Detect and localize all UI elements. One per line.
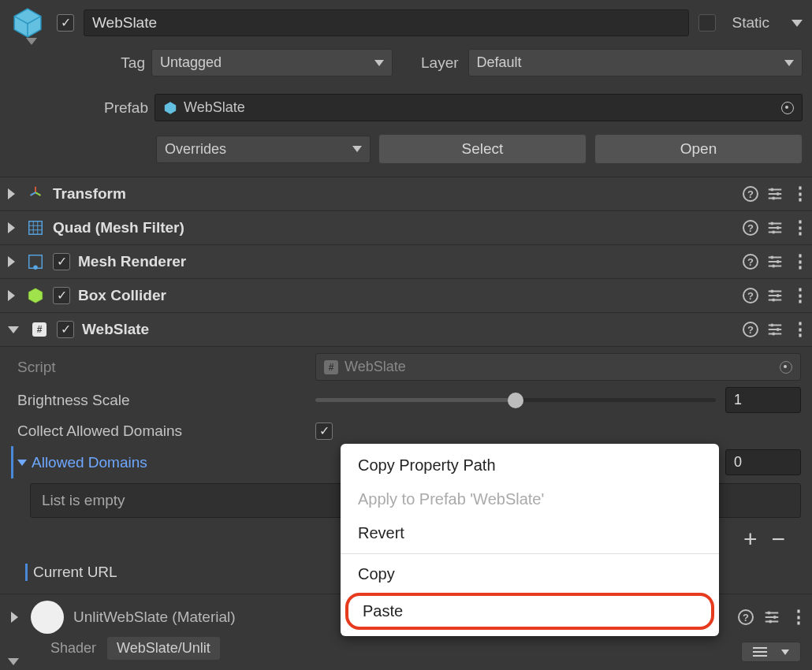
gameobject-name-input[interactable] bbox=[84, 9, 689, 36]
active-checkbox[interactable] bbox=[57, 14, 74, 32]
list-icon bbox=[753, 647, 767, 657]
presets-icon[interactable] bbox=[763, 609, 780, 626]
shader-row: Shader WebSlate/Unlit bbox=[0, 637, 812, 668]
tag-dropdown[interactable]: Untagged bbox=[151, 49, 393, 76]
allowed-domains-label[interactable]: Allowed Domains bbox=[11, 454, 307, 471]
overrides-dropdown[interactable]: Overrides bbox=[156, 136, 371, 163]
presets-icon[interactable] bbox=[766, 185, 784, 203]
brightness-value[interactable]: 1 bbox=[725, 387, 801, 413]
menu-paste[interactable]: Paste bbox=[345, 593, 714, 630]
inspector-header: Static Tag Untagged Layer Default Prefab bbox=[0, 0, 812, 167]
enabled-checkbox[interactable] bbox=[53, 287, 70, 304]
svg-point-22 bbox=[767, 611, 770, 614]
svg-point-19 bbox=[770, 323, 773, 326]
material-name: UnlitWebSlate (Material) bbox=[73, 609, 236, 626]
collect-checkbox[interactable] bbox=[315, 422, 333, 440]
svg-point-5 bbox=[772, 196, 775, 199]
svg-rect-6 bbox=[29, 221, 43, 235]
fold-icon[interactable] bbox=[8, 290, 15, 301]
kebab-icon[interactable]: ⋮ bbox=[792, 319, 803, 340]
enabled-checkbox[interactable] bbox=[53, 253, 70, 270]
transform-icon bbox=[26, 184, 45, 203]
brightness-property: Brightness Scale 1 bbox=[11, 384, 801, 416]
component-title: Mesh Renderer bbox=[78, 253, 186, 270]
enabled-checkbox[interactable] bbox=[57, 321, 74, 338]
script-field[interactable]: # WebSlate bbox=[315, 353, 801, 381]
fold-icon[interactable] bbox=[17, 460, 27, 466]
mesh-renderer-icon bbox=[26, 252, 45, 271]
menu-revert[interactable]: Revert bbox=[341, 516, 719, 550]
help-icon[interactable]: ? bbox=[743, 254, 758, 270]
svg-point-4 bbox=[777, 192, 780, 195]
static-dropdown-icon[interactable] bbox=[792, 20, 803, 27]
help-icon[interactable]: ? bbox=[743, 186, 758, 202]
prefab-label: Prefab bbox=[79, 99, 148, 117]
fold-icon[interactable] bbox=[8, 256, 15, 267]
help-icon[interactable]: ? bbox=[743, 220, 758, 236]
menu-copy-property-path[interactable]: Copy Property Path bbox=[341, 449, 719, 482]
help-icon[interactable]: ? bbox=[743, 288, 758, 303]
component-webslate[interactable]: # WebSlate ? ⋮ bbox=[0, 312, 812, 347]
shader-dropdown[interactable]: WebSlate/Unlit bbox=[107, 637, 220, 660]
script-icon: # bbox=[30, 320, 49, 339]
component-list: Transform ? ⋮ Quad (Mesh Filter) ? ⋮ Mes… bbox=[0, 177, 812, 347]
open-button[interactable]: Open bbox=[594, 134, 803, 164]
component-title: Quad (Mesh Filter) bbox=[53, 219, 184, 236]
collect-label: Collect Allowed Domains bbox=[11, 422, 307, 440]
kebab-icon[interactable]: ⋮ bbox=[792, 218, 803, 238]
presets-icon[interactable] bbox=[766, 219, 784, 236]
layer-dropdown[interactable]: Default bbox=[468, 49, 803, 76]
svg-point-24 bbox=[769, 620, 772, 623]
prefab-value: WebSlate bbox=[184, 99, 245, 116]
help-icon[interactable]: ? bbox=[738, 609, 754, 625]
script-value: WebSlate bbox=[345, 359, 406, 375]
svg-marker-15 bbox=[28, 288, 43, 303]
component-title: Transform bbox=[53, 185, 126, 203]
object-picker-icon[interactable] bbox=[780, 361, 792, 374]
layer-value: Default bbox=[477, 54, 522, 71]
svg-point-11 bbox=[33, 266, 38, 270]
brightness-slider[interactable] bbox=[315, 398, 716, 402]
script-label: Script bbox=[11, 359, 307, 376]
fold-icon[interactable] bbox=[11, 612, 18, 623]
context-menu: Copy Property Path Apply to Prefab 'WebS… bbox=[341, 444, 719, 636]
static-label: Static bbox=[732, 14, 769, 32]
mesh-filter-icon bbox=[26, 218, 45, 237]
menu-copy[interactable]: Copy bbox=[341, 557, 719, 591]
presets-icon[interactable] bbox=[766, 253, 784, 270]
component-transform[interactable]: Transform ? ⋮ bbox=[0, 177, 812, 211]
add-button[interactable]: + bbox=[743, 526, 758, 553]
svg-point-20 bbox=[777, 328, 780, 331]
prefab-object-field[interactable]: WebSlate bbox=[155, 94, 803, 121]
component-title: Box Collider bbox=[78, 287, 166, 304]
allowed-domains-count[interactable]: 0 bbox=[725, 449, 801, 475]
component-mesh-filter[interactable]: Quad (Mesh Filter) ? ⋮ bbox=[0, 210, 812, 245]
footer-fold-icon[interactable] bbox=[5, 658, 19, 665]
fold-icon[interactable] bbox=[8, 326, 19, 333]
gameobject-icon[interactable] bbox=[6, 6, 49, 45]
svg-point-9 bbox=[772, 230, 775, 233]
help-icon[interactable]: ? bbox=[743, 322, 758, 337]
presets-icon[interactable] bbox=[766, 287, 784, 304]
remove-button[interactable]: − bbox=[771, 526, 785, 553]
fold-icon[interactable] bbox=[8, 188, 15, 199]
svg-point-17 bbox=[777, 294, 780, 297]
fold-icon[interactable] bbox=[8, 222, 15, 233]
kebab-icon[interactable]: ⋮ bbox=[790, 607, 801, 627]
script-property: Script # WebSlate bbox=[11, 350, 801, 384]
static-checkbox[interactable] bbox=[698, 14, 716, 32]
menu-separator bbox=[341, 553, 719, 554]
component-mesh-renderer[interactable]: Mesh Renderer ? ⋮ bbox=[0, 244, 812, 279]
layer-label: Layer bbox=[421, 54, 459, 72]
chevron-down-icon bbox=[352, 146, 362, 152]
presets-icon[interactable] bbox=[766, 321, 784, 338]
kebab-icon[interactable]: ⋮ bbox=[792, 285, 803, 306]
object-picker-icon[interactable] bbox=[781, 102, 794, 114]
svg-point-16 bbox=[770, 289, 773, 292]
material-preview-icon bbox=[31, 601, 64, 634]
kebab-icon[interactable]: ⋮ bbox=[792, 184, 803, 204]
select-button[interactable]: Select bbox=[378, 134, 587, 164]
footer-list-button[interactable] bbox=[741, 642, 801, 662]
component-box-collider[interactable]: Box Collider ? ⋮ bbox=[0, 278, 812, 313]
kebab-icon[interactable]: ⋮ bbox=[792, 251, 803, 272]
